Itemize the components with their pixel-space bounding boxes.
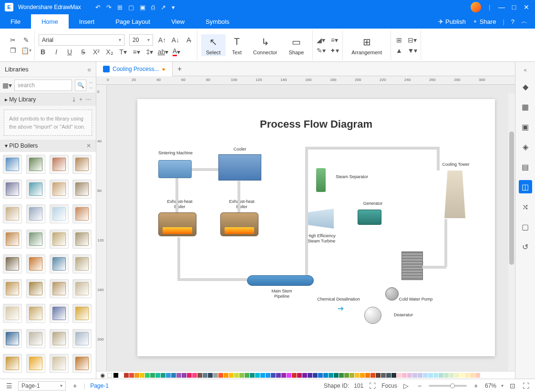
pid-boilers-section[interactable]: ▾ PID Boilers ✕	[0, 140, 96, 152]
align-icon[interactable]: ≡▾	[330, 36, 339, 44]
shape-thumb[interactable]	[72, 279, 92, 298]
color-swatch[interactable]	[260, 373, 265, 378]
scroll-up-icon[interactable]: ︿	[89, 80, 93, 85]
color-swatch[interactable]	[134, 373, 139, 378]
color-swatch[interactable]	[176, 373, 181, 378]
decrease-font-icon[interactable]: A↓	[171, 36, 180, 44]
color-swatch[interactable]	[391, 373, 396, 378]
color-swatch[interactable]	[250, 373, 255, 378]
shape-thumb[interactable]	[3, 354, 22, 373]
shape-thumb[interactable]	[26, 180, 45, 199]
color-swatch[interactable]	[407, 373, 412, 378]
shape-thumb[interactable]	[26, 354, 45, 373]
color-swatch[interactable]	[287, 373, 291, 378]
shape-thumb[interactable]	[50, 155, 69, 174]
nofill-icon[interactable]	[107, 373, 112, 378]
color-swatch[interactable]	[192, 373, 197, 378]
color-swatch[interactable]	[302, 373, 307, 378]
equip-generator[interactable]	[358, 210, 381, 225]
shape-thumb[interactable]	[3, 329, 22, 348]
color-swatch[interactable]	[376, 373, 381, 378]
text-tool[interactable]: TText	[227, 34, 247, 56]
shape-thumb[interactable]	[3, 155, 22, 174]
play-icon[interactable]: ▷	[402, 382, 411, 390]
fill-panel-icon[interactable]: ◆	[519, 80, 532, 93]
color-swatch[interactable]	[119, 373, 123, 378]
color-swatch[interactable]	[339, 373, 344, 378]
shape-thumb[interactable]	[50, 180, 69, 199]
canvas[interactable]: Process Flow Diagram Sintering Machine C…	[107, 85, 515, 371]
clear-format-icon[interactable]: A̶	[185, 36, 193, 44]
color-swatch[interactable]	[308, 373, 312, 378]
publish-button[interactable]: ✈ Publish	[438, 18, 466, 25]
save-icon[interactable]: ▣	[140, 4, 145, 11]
focus-label[interactable]: Focus	[381, 382, 397, 389]
font-selector[interactable]: Arial▾	[39, 34, 124, 46]
shape-thumb[interactable]	[72, 254, 92, 273]
superscript-icon[interactable]: X²	[92, 48, 101, 56]
color-swatch[interactable]	[433, 373, 438, 378]
menu-file[interactable]: File	[0, 14, 31, 29]
color-swatch[interactable]	[365, 373, 370, 378]
color-swatch[interactable]	[276, 373, 281, 378]
color-swatch[interactable]	[350, 373, 354, 378]
color-swatch[interactable]	[449, 373, 454, 378]
line-spacing-icon[interactable]: ‡▾	[145, 48, 154, 56]
user-avatar[interactable]	[471, 2, 481, 12]
color-swatch[interactable]	[460, 373, 464, 378]
shape-thumb[interactable]	[26, 329, 45, 348]
export-icon[interactable]: ↗	[161, 4, 166, 11]
color-swatch[interactable]	[454, 373, 459, 378]
shape-thumb[interactable]	[26, 304, 45, 323]
bring-front-icon[interactable]: ▲	[395, 46, 403, 55]
color-swatch[interactable]	[423, 373, 428, 378]
color-swatch[interactable]	[439, 373, 443, 378]
shape-thumb[interactable]	[26, 155, 45, 174]
color-swatch[interactable]	[281, 373, 286, 378]
bold-icon[interactable]: B	[39, 48, 47, 56]
library-picker-icon[interactable]: ▦▾	[3, 81, 11, 90]
shape-thumb[interactable]	[3, 204, 22, 223]
open-icon[interactable]: ▢	[128, 4, 134, 11]
page-panel-icon[interactable]: ▤	[519, 160, 532, 173]
equip-tower[interactable]	[444, 171, 465, 218]
color-swatch[interactable]	[355, 373, 360, 378]
more-icon[interactable]: ⋯	[85, 96, 91, 103]
select-tool[interactable]: ↖Select	[201, 34, 226, 56]
import-icon[interactable]: ⤓	[72, 96, 76, 103]
fit-page-icon[interactable]: ⊡	[508, 382, 517, 390]
highlight-icon[interactable]: ab▾	[159, 48, 167, 56]
shape-thumb[interactable]	[26, 204, 45, 223]
shape-thumb[interactable]	[3, 279, 22, 298]
shape-thumb[interactable]	[26, 279, 45, 298]
ungroup-icon[interactable]: ⊟▾	[408, 36, 417, 44]
fullscreen-icon[interactable]: ⛶	[522, 382, 530, 390]
color-swatch[interactable]	[344, 373, 349, 378]
equip-turbine[interactable]	[305, 209, 334, 229]
color-swatch[interactable]	[381, 373, 386, 378]
new-icon[interactable]: ⊞	[117, 4, 123, 11]
equip-condenser[interactable]	[401, 251, 423, 280]
color-swatch[interactable]	[150, 373, 155, 378]
color-swatch[interactable]	[470, 373, 475, 378]
shape-tool[interactable]: ▭Shape	[284, 34, 309, 56]
menu-symbols[interactable]: Symbols	[195, 14, 240, 29]
shuffle-icon[interactable]: ⤭	[519, 200, 532, 213]
increase-font-icon[interactable]: A↑	[158, 36, 166, 44]
color-swatch[interactable]	[208, 373, 213, 378]
shape-thumb[interactable]	[50, 354, 69, 373]
image-panel-icon[interactable]: ▣	[519, 120, 532, 133]
document-tab[interactable]: Cooling Process... ●	[96, 62, 173, 76]
color-swatch[interactable]	[318, 373, 323, 378]
shape-thumb[interactable]	[72, 329, 92, 348]
my-library-section[interactable]: ▸ My Library ⤓ + ⋯	[0, 93, 96, 106]
scroll-down-icon[interactable]: ﹀	[89, 86, 93, 91]
focus-icon[interactable]: ⛶	[368, 382, 377, 390]
expand-right-icon[interactable]: «	[524, 67, 527, 73]
zoom-out-button[interactable]: −	[415, 382, 424, 390]
equip-separator[interactable]	[316, 168, 326, 192]
color-swatch[interactable]	[124, 373, 129, 378]
color-swatch[interactable]	[297, 373, 302, 378]
close-section-icon[interactable]: ✕	[86, 142, 91, 149]
shape-thumb[interactable]	[50, 204, 69, 223]
